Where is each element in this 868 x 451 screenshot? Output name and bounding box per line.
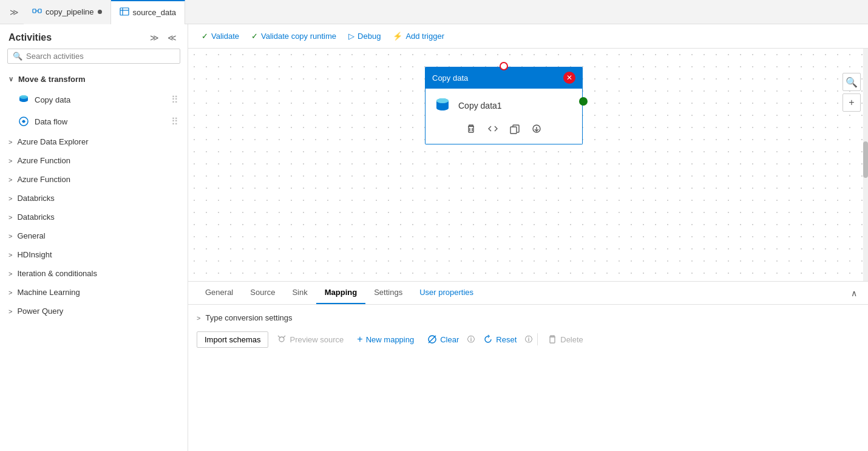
pipeline-tab[interactable]: copy_pipeline bbox=[24, 0, 111, 24]
tab-general[interactable]: General bbox=[197, 282, 242, 304]
sidebar-item-general[interactable]: > General bbox=[0, 226, 188, 245]
svg-point-7 bbox=[19, 95, 28, 99]
copy-data-node[interactable]: Copy data ✕ bbox=[425, 67, 583, 144]
delete-icon bbox=[548, 334, 557, 344]
svg-rect-0 bbox=[33, 9, 36, 13]
category-label: Iteration & conditionals bbox=[17, 269, 97, 278]
canvas-scrollbar[interactable] bbox=[863, 49, 868, 281]
node-code-button[interactable] bbox=[486, 122, 500, 138]
chevron-right-icon: > bbox=[8, 251, 12, 259]
node-close-button[interactable]: ✕ bbox=[563, 72, 575, 84]
canvas-zoom-in-button[interactable]: + bbox=[843, 93, 861, 112]
sidebar-item-batch-service[interactable]: > Azure Function bbox=[0, 170, 188, 189]
chevron-right-icon: > bbox=[8, 232, 12, 240]
nav-collapse-btn[interactable]: ≫ bbox=[5, 7, 24, 17]
tab-user-properties[interactable]: User properties bbox=[411, 282, 482, 304]
activities-sidebar: Activities ≫ ≪ 🔍 ∨ Move & transform bbox=[0, 24, 188, 451]
clear-button[interactable]: Clear bbox=[422, 331, 464, 347]
node-copy-button[interactable] bbox=[508, 122, 521, 138]
reset-label: Reset bbox=[496, 335, 517, 344]
sidebar-item-data-lake-analytics[interactable]: > Databricks bbox=[0, 208, 188, 226]
preview-source-icon bbox=[277, 334, 287, 344]
source-tab-icon bbox=[120, 7, 129, 18]
tab-source-label: Source bbox=[250, 288, 275, 297]
delete-button[interactable]: Delete bbox=[543, 331, 588, 347]
preview-source-button[interactable]: Preview source bbox=[272, 331, 348, 347]
tab-settings[interactable]: Settings bbox=[365, 282, 411, 304]
new-mapping-button[interactable]: + New mapping bbox=[352, 331, 419, 348]
chevron-right-icon: > bbox=[8, 138, 12, 146]
bottom-tab-bar: General Source Sink Mapping Settings bbox=[188, 282, 868, 305]
svg-rect-3 bbox=[120, 8, 129, 15]
sidebar-title: Activities bbox=[8, 32, 52, 43]
copy-data-icon bbox=[18, 93, 30, 106]
add-trigger-button[interactable]: ⚡ Add trigger bbox=[388, 29, 449, 43]
category-label: HDInsight bbox=[17, 250, 52, 259]
node-arrow-button[interactable] bbox=[530, 122, 543, 138]
validate-icon: ✓ bbox=[202, 32, 208, 41]
sidebar-item-databricks[interactable]: > Databricks bbox=[0, 189, 188, 208]
validate-copy-button[interactable]: ✓ Validate copy runtime bbox=[246, 29, 341, 43]
chevron-right-icon: > bbox=[197, 314, 200, 322]
node-header-label: Copy data bbox=[432, 73, 468, 83]
svg-point-11 bbox=[436, 98, 449, 103]
pipeline-canvas[interactable]: Copy data ✕ bbox=[188, 49, 868, 281]
node-body: Copy data1 bbox=[425, 89, 583, 144]
type-conversion-expander[interactable]: > Type conversion settings bbox=[197, 313, 860, 322]
sidebar-collapse-btn[interactable]: ≪ bbox=[165, 32, 179, 44]
activity-data-flow[interactable]: Data flow ⠿ bbox=[0, 110, 188, 132]
data-flow-icon bbox=[18, 115, 30, 127]
node-name-label: Copy data1 bbox=[458, 101, 502, 110]
clear-info-icon[interactable]: ⓘ bbox=[467, 334, 475, 345]
sidebar-expand-btn[interactable]: ≫ bbox=[147, 32, 161, 44]
activity-copy-data[interactable]: Copy data ⠿ bbox=[0, 89, 188, 110]
activity-label: Copy data bbox=[35, 95, 70, 104]
svg-line-19 bbox=[278, 336, 280, 338]
reset-info-icon[interactable]: ⓘ bbox=[525, 334, 532, 345]
chevron-right-icon: > bbox=[8, 289, 12, 296]
sidebar-item-azure-data-explorer[interactable]: > Azure Data Explorer bbox=[0, 132, 188, 151]
search-input[interactable] bbox=[26, 52, 175, 61]
type-conversion-label: Type conversion settings bbox=[205, 313, 292, 322]
plus-icon: + bbox=[357, 334, 362, 345]
category-label: General bbox=[17, 231, 45, 240]
chevron-right-icon: > bbox=[8, 214, 12, 221]
tab-user-properties-label: User properties bbox=[419, 288, 473, 297]
svg-rect-1 bbox=[38, 9, 41, 13]
node-delete-button[interactable] bbox=[464, 122, 478, 138]
chevron-right-icon: > bbox=[8, 308, 12, 315]
tab-mapping[interactable]: Mapping bbox=[316, 282, 365, 304]
validate-copy-icon: ✓ bbox=[251, 32, 258, 41]
validate-button[interactable]: ✓ Validate bbox=[197, 29, 244, 43]
tab-mapping-label: Mapping bbox=[325, 288, 357, 297]
category-label: Azure Function bbox=[17, 156, 70, 165]
tab-general-label: General bbox=[205, 288, 233, 297]
category-label: Databricks bbox=[17, 212, 54, 222]
group-move-transform[interactable]: ∨ Move & transform bbox=[0, 70, 188, 89]
search-box: 🔍 bbox=[7, 49, 180, 64]
tab-source[interactable]: Source bbox=[242, 282, 283, 304]
sidebar-item-iteration-conditionals[interactable]: > Iteration & conditionals bbox=[0, 264, 188, 283]
source-data-tab[interactable]: source_data bbox=[111, 0, 186, 24]
sidebar-item-azure-function[interactable]: > Azure Function bbox=[0, 151, 188, 170]
bottom-panel: General Source Sink Mapping Settings bbox=[188, 281, 868, 451]
panel-collapse-button[interactable]: ∧ bbox=[849, 286, 860, 300]
preview-source-label: Preview source bbox=[290, 335, 344, 344]
pipeline-tab-label: copy_pipeline bbox=[46, 7, 94, 16]
debug-button[interactable]: ▷ Debug bbox=[344, 29, 385, 43]
lightning-icon: ⚡ bbox=[393, 32, 402, 41]
clear-icon bbox=[427, 334, 437, 344]
chevron-right-icon: > bbox=[8, 157, 12, 164]
tab-settings-label: Settings bbox=[374, 288, 402, 297]
drag-handle-icon: ⠿ bbox=[171, 94, 178, 106]
group-label: Move & transform bbox=[18, 75, 86, 84]
sidebar-item-hdinsight[interactable]: > HDInsight bbox=[0, 245, 188, 264]
tab-sink[interactable]: Sink bbox=[283, 282, 316, 304]
reset-button[interactable]: Reset bbox=[478, 331, 521, 347]
category-label: Azure Data Explorer bbox=[17, 137, 88, 146]
chevron-right-icon: > bbox=[8, 195, 12, 202]
canvas-search-button[interactable]: 🔍 bbox=[843, 73, 861, 91]
sidebar-item-power-query[interactable]: > Power Query bbox=[0, 302, 188, 320]
sidebar-item-machine-learning[interactable]: > Machine Learning bbox=[0, 283, 188, 302]
import-schemas-button[interactable]: Import schemas bbox=[197, 331, 268, 348]
